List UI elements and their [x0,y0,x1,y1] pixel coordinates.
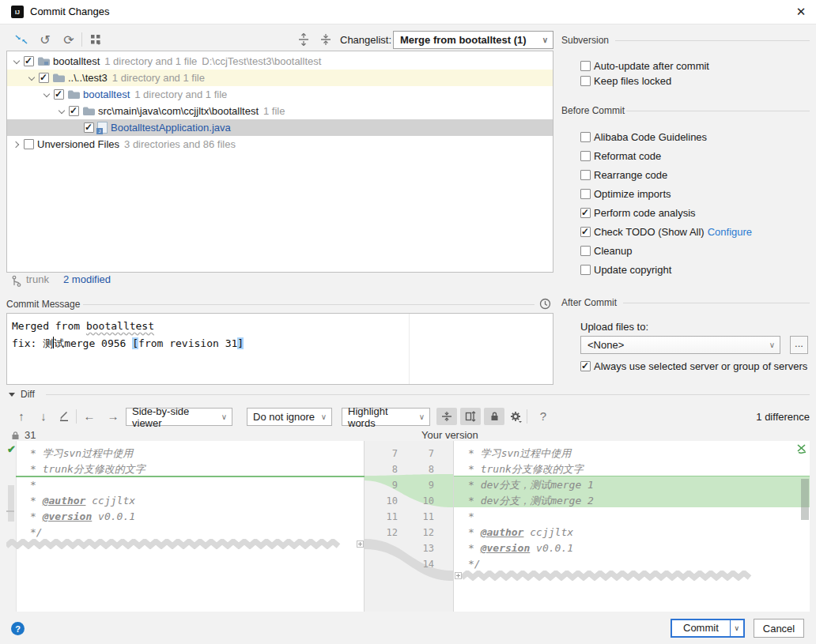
folder-icon [37,56,50,66]
row-checkbox[interactable] [84,122,94,133]
checkbox-check-todo[interactable]: Check TODO (Show All) Configure [580,224,752,240]
apply-non-conflicting-icon[interactable] [796,443,807,456]
ignore-policy-select[interactable]: Do not ignore∨ [247,408,332,426]
row-checkbox[interactable] [24,139,34,149]
rollback-icon[interactable]: ↺ [36,32,54,47]
checkbox[interactable] [580,227,591,237]
diff-center-gutter: 7 8 9 10 11 12 7 8 9 10 11 12 13 14 [365,441,453,612]
left-scrollbar-thumb[interactable] [8,485,14,522]
changelist-label: Changelist: [340,34,391,46]
right-pane-title: Your version [421,429,478,441]
next-difference-icon[interactable]: ↓ [35,408,52,424]
checkbox-alibaba-guidelines[interactable]: Alibaba Code Guidelines [580,129,707,145]
help-button[interactable]: ? [11,622,25,635]
checkbox-keep-files-locked[interactable]: Keep files locked [580,73,671,89]
row-checkbox[interactable] [39,73,49,83]
modified-count-link[interactable]: 2 modified [63,273,111,285]
toolbar-divider [76,409,77,424]
tree-row-unversioned-files[interactable]: Unversioned Files 3 directories and 86 f… [7,136,553,153]
checkbox[interactable] [580,132,591,142]
show-diff-icon[interactable] [13,32,30,47]
chevron-right-icon[interactable] [12,140,21,149]
chevron-down-icon[interactable] [57,107,66,116]
right-margin-guide [409,314,410,384]
expand-all-icon[interactable] [295,32,312,47]
chevron-down-icon[interactable] [12,57,21,66]
left-gutter-strip [6,441,17,612]
branch-name: trunk [26,273,49,285]
diff-help-icon[interactable]: ? [535,408,552,424]
previous-difference-icon[interactable]: ↑ [13,408,30,424]
checkbox-optimize-imports[interactable]: Optimize imports [580,186,671,202]
expand-fold-button[interactable] [357,540,364,548]
checkbox[interactable] [580,189,591,199]
close-icon[interactable]: ✕ [792,4,810,20]
diff-viewer: ✔ * 学习svn过程中使用 * trunk分支修改的文字 * * @autho… [6,441,810,612]
commit-button-label[interactable]: Commit [672,620,730,636]
lock-readonly-icon[interactable] [484,408,504,425]
checkbox[interactable] [580,170,591,180]
message-history-icon[interactable] [539,298,552,311]
tree-row-test3[interactable]: ..\..\test3 1 directory and 1 file [7,70,553,86]
checkbox[interactable] [580,265,591,275]
tree-item-path: D:\ccjTest\test3\bootalltest [202,55,321,67]
right-scrollbar-thumb[interactable] [801,479,809,520]
diff-collapse-arrow-icon[interactable] [9,393,15,397]
matched-bracket: [ [132,337,138,349]
diff-right-pane[interactable]: * 学习svn过程中使用 * trunk分支修改的文字 * dev分支，测试me… [453,441,810,612]
row-checkbox[interactable] [69,106,79,116]
checkbox-rearrange-code[interactable]: Rearrange code [580,167,667,183]
forward-icon[interactable]: → [104,408,122,424]
upload-target-select[interactable]: <None> ∨ [580,336,780,354]
commit-button[interactable]: Commit ∨ [671,619,745,638]
checkbox-auto-update[interactable]: Auto-update after commit [580,58,709,74]
left-pane-title: 31 [25,429,36,441]
tree-row-bootalltest-dir[interactable]: bootalltest 1 directory and 1 file [7,86,553,103]
difference-count: 1 difference [699,411,810,423]
expand-fold-button[interactable] [455,572,462,579]
checkbox-always-use-server[interactable]: Always use selected server or group of s… [580,358,807,375]
viewer-mode-select[interactable]: Side-by-side viewer∨ [126,408,232,426]
cancel-button[interactable]: Cancel [754,619,804,638]
tree-row-src-path[interactable]: src\main\java\com\ccjjltx\bootalltest 1 … [7,103,553,119]
intellij-logo-icon: IJ [11,6,24,18]
commit-dropdown-arrow[interactable]: ∨ [730,620,743,636]
tree-row-bootalltest-root[interactable]: bootalltest 1 directory and 1 file D:\cc… [7,53,553,70]
edit-source-icon[interactable] [55,408,73,424]
chevron-down-icon[interactable] [27,73,36,83]
group-by-icon[interactable] [87,32,104,47]
checkbox-perform-code-analysis[interactable]: Perform code analysis [580,205,696,221]
checkbox-reformat-code[interactable]: Reformat code [580,148,661,164]
checkbox[interactable] [580,246,591,256]
row-checkbox[interactable] [54,89,64,100]
checkbox[interactable] [580,61,591,71]
commit-message-editor[interactable]: Merged from bootalltest fix: 测试merge 095… [6,313,553,385]
refresh-icon[interactable]: ⟳ [60,32,77,47]
configure-link[interactable]: Configure [708,226,752,238]
tree-item-meta: 1 directory and 1 file [112,72,205,84]
checkbox-update-copyright[interactable]: Update copyright [580,262,671,278]
subversion-section-title: Subversion [561,35,609,46]
sync-scroll-icon[interactable] [460,408,481,425]
collapse-all-icon[interactable] [317,32,334,47]
lock-icon [11,431,20,440]
checkbox[interactable] [580,208,591,218]
chevron-down-icon[interactable] [42,90,51,100]
upload-files-label: Upload files to: [580,321,648,333]
browse-button[interactable]: ... [790,336,808,354]
back-icon[interactable]: ← [81,408,98,424]
collapse-unchanged-icon[interactable] [436,408,457,425]
row-checkbox[interactable] [24,56,34,66]
checkbox[interactable] [580,76,591,86]
checkbox[interactable] [580,361,591,371]
tree-row-bootalltest-application[interactable]: BootalltestApplication.java [7,119,553,136]
changes-tree: bootalltest 1 directory and 1 file D:\cc… [6,51,553,273]
diff-settings-gear-icon[interactable] [506,408,527,425]
changelist-select[interactable]: Merge from bootalltest (1) ∨ [393,31,553,49]
checkbox[interactable] [580,151,591,161]
matched-bracket: ] [237,337,244,349]
highlight-policy-select[interactable]: Highlight words∨ [342,408,430,426]
checkbox-cleanup[interactable]: Cleanup [580,243,632,259]
diff-left-pane[interactable]: ✔ * 学习svn过程中使用 * trunk分支修改的文字 * * @autho… [6,441,365,612]
chevron-down-icon: ∨ [765,341,780,349]
